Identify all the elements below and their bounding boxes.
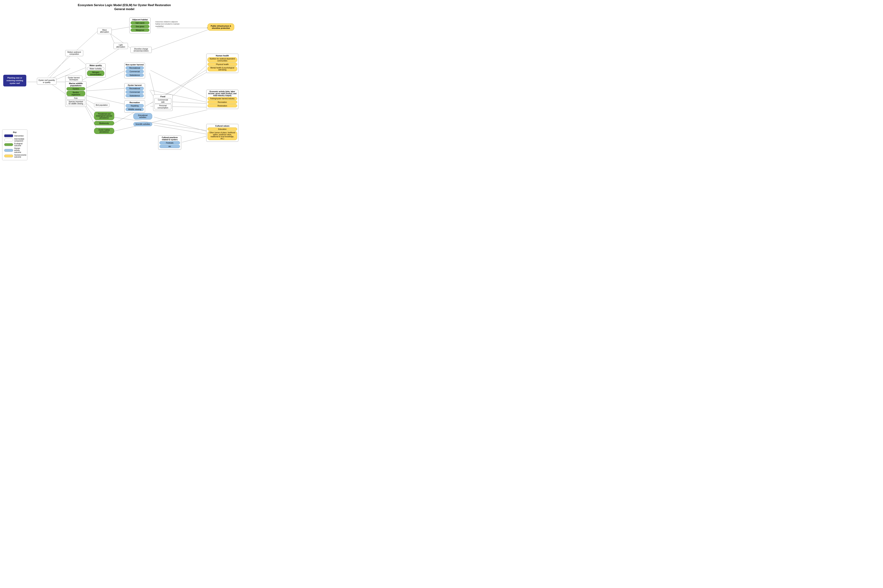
svg-line-36 — [151, 30, 208, 50]
page-title: Ecosystem Service Logic Model (ESLM) for… — [0, 0, 249, 12]
svg-line-26 — [170, 102, 207, 104]
human-health-node: Human health Nutrition for seafood-depen… — [206, 54, 238, 73]
recreation-node: Recreation Kayaking Wildlife viewing — [124, 100, 145, 112]
public-infra-node: Public infrastructure & shoreline protec… — [207, 23, 234, 31]
svg-line-27 — [170, 65, 207, 98]
bird-population-node: Bird population — [94, 103, 110, 107]
water-quality-node: Water quality Water turbidity Nitrogen c… — [86, 63, 105, 78]
oyster-harvest-group-node: Oyster harvest Recreational Commercial S… — [124, 83, 145, 99]
svg-line-32 — [113, 110, 207, 132]
key-human: Human activity outcome — [4, 147, 26, 153]
sci-activities-node: Scientific activities — [133, 122, 152, 126]
key-ecological: Ecological outcome — [4, 142, 26, 147]
key-socio: Socioeconomic outcome — [4, 154, 26, 158]
key-intermediate: Intermediate component — [4, 138, 26, 142]
biodiversity-node: Biodiversity — [94, 121, 114, 125]
threatened-node: Threatened and endangered species persis… — [94, 112, 114, 120]
adjacent-habitat-node: Adjacent habitat Salt marsh Sea grass Ma… — [129, 18, 151, 33]
cultural-practices-node: Cultural practices related to oysters Fe… — [158, 135, 181, 150]
light-attenuation-node: Light attenuation — [114, 43, 128, 49]
food-node: Food Commercial sale Personal consumptio… — [153, 94, 173, 111]
oyster-harvest-tech-node: Oyster harvest techniques — [65, 76, 83, 82]
legend-box: Key Intervention Intermediate component … — [2, 129, 27, 160]
cultural-values-node: Cultural values Education Other (sense o… — [206, 124, 238, 142]
svg-line-7 — [110, 27, 132, 30]
oyster-reef-node: Oyster reef quantity or quality — [37, 78, 56, 85]
non-oyster-harvest-node: Non-oyster harvest Recreational Commerci… — [124, 63, 145, 78]
bottom-sediment-node: Bottom sediment composition — [65, 50, 83, 56]
key-intervention: Intervention — [4, 134, 26, 137]
shoreline-change-node: Shoreline change (erosion/accretion) — [131, 47, 152, 53]
economic-node: Economic activity (jobs, labor income, g… — [206, 90, 238, 109]
marine-wildlife-node: Marine wildlife populations Oysters Bent… — [65, 81, 87, 107]
svg-line-35 — [182, 136, 207, 142]
svg-line-34 — [154, 125, 207, 134]
oyster-habitat-node: Oyster habitat persistence — [94, 128, 114, 134]
adjacent-note-node: Outcomes related to adjacent habitat (no… — [155, 21, 180, 27]
intervention-node: Planting new or restoring existing oyste… — [3, 75, 26, 87]
svg-line-30 — [113, 117, 207, 130]
svg-line-16 — [86, 88, 126, 91]
edu-activities-node: Educational activities — [133, 113, 152, 120]
wave-attenuation-node: Wave attenuation — [97, 28, 112, 34]
svg-line-33 — [154, 117, 207, 132]
